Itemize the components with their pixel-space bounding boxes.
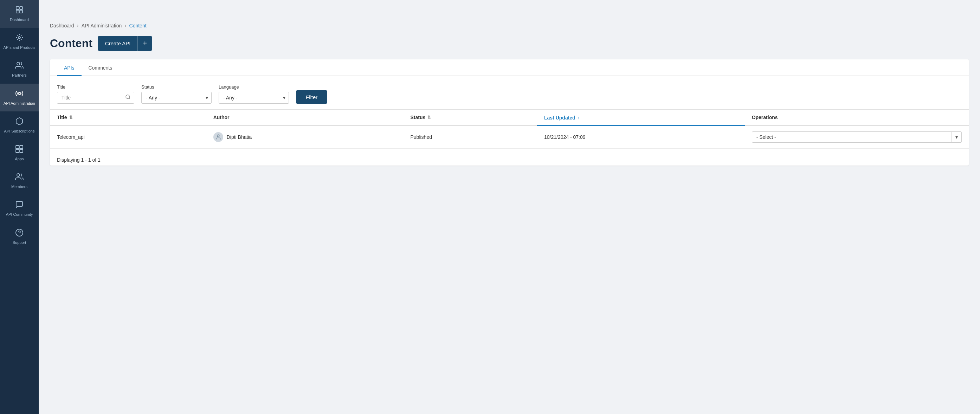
col-title[interactable]: Title ⇅ — [50, 110, 206, 126]
row-author-cell: Dipti Bhatia — [206, 126, 404, 149]
svg-point-16 — [217, 135, 220, 137]
sidebar: Dashboard APIs and Products Partners — [0, 0, 39, 414]
status-filter-label: Status — [141, 84, 212, 90]
page-header: Content Create API + — [50, 36, 969, 51]
sidebar-item-members-label: Members — [11, 185, 27, 189]
col-author: Author — [206, 110, 404, 126]
sidebar-item-dashboard[interactable]: Dashboard — [0, 0, 39, 28]
page-title: Content — [50, 37, 92, 50]
breadcrumb-dashboard[interactable]: Dashboard — [50, 23, 74, 29]
sidebar-item-apis-products-label: APIs and Products — [3, 45, 35, 50]
svg-rect-1 — [20, 7, 22, 10]
svg-rect-2 — [16, 10, 19, 13]
members-icon — [15, 172, 24, 182]
sidebar-item-api-community-label: API Community — [6, 212, 33, 217]
sidebar-item-api-administration-label: API Administration — [3, 101, 35, 106]
create-api-button[interactable]: Create API + — [98, 36, 152, 51]
col-operations-label: Operations — [752, 115, 778, 120]
search-icon — [125, 94, 131, 101]
svg-point-6 — [18, 92, 21, 94]
top-bar — [39, 0, 980, 14]
sidebar-item-apps-label: Apps — [15, 157, 24, 161]
last-updated-sort-icon: ↑ — [578, 115, 580, 120]
api-community-icon — [15, 200, 24, 210]
title-input[interactable] — [57, 92, 134, 104]
filter-button[interactable]: Filter — [296, 90, 327, 104]
svg-point-11 — [17, 174, 20, 177]
operations-chevron-icon: ▾ — [951, 132, 961, 142]
breadcrumb-api-admin[interactable]: API Administration — [81, 23, 122, 29]
table-row: Telecom_api — [50, 126, 969, 149]
breadcrumb-content: Content — [129, 23, 146, 29]
svg-rect-10 — [20, 150, 23, 153]
tab-bar: APIs Comments — [50, 59, 969, 76]
apis-products-icon — [15, 33, 24, 43]
svg-rect-9 — [16, 150, 19, 153]
table-footer: Displaying 1 - 1 of 1 — [50, 151, 969, 166]
title-filter-label: Title — [57, 84, 134, 90]
api-administration-icon — [15, 89, 24, 99]
col-last-updated-label: Last Updated — [544, 115, 576, 121]
row-last-updated: 10/21/2024 - 07:09 — [544, 134, 585, 140]
breadcrumb-sep-2: › — [124, 22, 126, 29]
main-area: Dashboard › API Administration › Content… — [39, 0, 980, 414]
create-api-label: Create API — [98, 37, 138, 50]
row-status: Published — [410, 134, 432, 140]
svg-line-15 — [129, 98, 130, 99]
sidebar-item-apis-products[interactable]: APIs and Products — [0, 28, 39, 56]
operations-select[interactable]: - Select - ▾ — [752, 131, 962, 143]
title-sort-icon: ⇅ — [69, 115, 73, 120]
support-icon — [15, 228, 24, 238]
svg-point-14 — [126, 95, 130, 99]
apps-icon — [15, 145, 24, 154]
sidebar-item-partners[interactable]: Partners — [0, 56, 39, 83]
sidebar-item-api-administration[interactable]: API Administration — [0, 84, 39, 111]
row-title: Telecom_api — [57, 134, 85, 140]
sidebar-item-support[interactable]: Support — [0, 223, 39, 251]
col-title-label: Title — [57, 115, 67, 120]
status-filter-field: Status - Any - Published Draft Archived … — [141, 84, 212, 104]
col-last-updated[interactable]: Last Updated ↑ — [537, 110, 745, 126]
sidebar-item-api-community[interactable]: API Community — [0, 195, 39, 223]
row-title-cell: Telecom_api — [50, 126, 206, 149]
title-input-wrap — [57, 92, 134, 104]
title-filter-field: Title — [57, 84, 134, 104]
breadcrumb: Dashboard › API Administration › Content — [50, 22, 969, 29]
author-avatar — [213, 132, 223, 142]
dashboard-icon — [15, 6, 24, 16]
tab-apis[interactable]: APIs — [57, 59, 81, 76]
row-operations-cell: - Select - ▾ — [745, 126, 969, 149]
language-filter-label: Language — [219, 84, 289, 90]
svg-rect-3 — [20, 10, 22, 13]
language-select[interactable]: - Any - English French Spanish — [219, 92, 289, 104]
breadcrumb-sep-1: › — [77, 22, 79, 29]
partners-icon — [15, 61, 24, 71]
display-count: Displaying 1 - 1 of 1 — [57, 157, 100, 163]
svg-point-4 — [18, 37, 21, 39]
row-status-cell: Published — [403, 126, 537, 149]
sidebar-item-apps[interactable]: Apps — [0, 139, 39, 167]
col-status[interactable]: Status ⇅ — [403, 110, 537, 126]
status-sort-icon: ⇅ — [428, 115, 431, 120]
row-last-updated-cell: 10/21/2024 - 07:09 — [537, 126, 745, 149]
col-status-label: Status — [410, 115, 425, 120]
sidebar-item-api-subscriptions[interactable]: API Subscriptions — [0, 111, 39, 139]
svg-rect-0 — [16, 7, 19, 10]
language-select-wrap: - Any - English French Spanish ▾ — [219, 92, 289, 104]
author-cell: Dipti Bhatia — [213, 132, 396, 142]
filter-area: Title Status — [50, 76, 969, 109]
operations-select-label: - Select - — [752, 132, 951, 142]
author-name: Dipti Bhatia — [227, 134, 252, 140]
svg-rect-8 — [20, 145, 23, 149]
svg-rect-7 — [16, 145, 19, 149]
content-card: APIs Comments Title — [50, 59, 969, 166]
api-subscriptions-icon — [15, 117, 24, 127]
tab-comments[interactable]: Comments — [81, 59, 119, 76]
status-select[interactable]: - Any - Published Draft Archived — [141, 92, 212, 104]
create-api-plus-icon: + — [137, 36, 152, 51]
sidebar-item-dashboard-label: Dashboard — [10, 18, 29, 22]
sidebar-item-members[interactable]: Members — [0, 167, 39, 195]
sidebar-item-api-subscriptions-label: API Subscriptions — [4, 129, 35, 134]
content-area: Dashboard › API Administration › Content… — [39, 14, 980, 414]
sidebar-item-partners-label: Partners — [12, 73, 27, 78]
